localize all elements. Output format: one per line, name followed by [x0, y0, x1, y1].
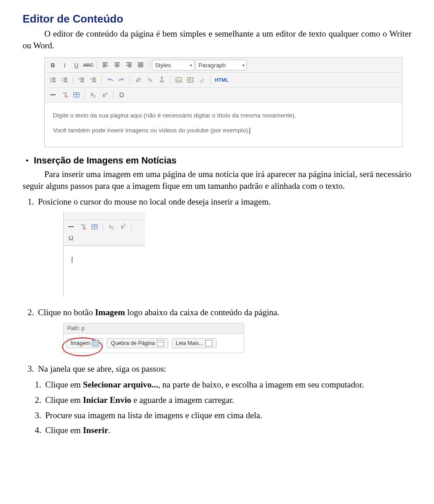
- redo-icon[interactable]: [116, 75, 127, 85]
- remove-format-icon[interactable]: [59, 89, 70, 100]
- media-icon[interactable]: [185, 75, 196, 85]
- page-title: Editor de Conteúdo: [23, 13, 411, 25]
- superscript-icon[interactable]: x2: [99, 89, 110, 100]
- svg-point-2: [50, 81, 51, 82]
- editor-screenshot-3: Path: p Imagem Quebra de Página Leia Mai…: [63, 323, 244, 353]
- toolbar-divider: [113, 90, 113, 99]
- image-icon: [92, 340, 99, 346]
- hr-icon[interactable]: [47, 89, 58, 100]
- section-title: Inserção de Imagens em Notícias: [34, 155, 177, 165]
- step-item: Clique no botão Imagem logo abaixo da ca…: [36, 307, 411, 318]
- step-item: Posicione o cursor do mouse no local ond…: [36, 196, 411, 208]
- subscript-icon[interactable]: x2: [88, 89, 99, 100]
- special-char-icon[interactable]: Ω: [116, 89, 127, 100]
- leia-mais-button[interactable]: Leia Mais...: [172, 338, 217, 348]
- editor-toolbar-row-2: 12: [45, 73, 402, 88]
- editor-path-bar: Path: p: [63, 323, 244, 334]
- quebra-pagina-button[interactable]: Quebra de Página: [107, 338, 168, 348]
- align-center-icon[interactable]: [112, 60, 123, 70]
- svg-rect-6: [176, 78, 181, 82]
- remove-format-icon[interactable]: [77, 221, 88, 232]
- indent-icon[interactable]: [88, 75, 99, 85]
- imagem-button[interactable]: Imagem: [66, 338, 103, 348]
- toolbar-divider: [210, 75, 211, 84]
- toolbar-divider: [103, 222, 103, 231]
- substep-item: Clique em Selecionar arquivo..., na part…: [43, 379, 411, 391]
- table-icon[interactable]: [71, 89, 82, 100]
- intro-paragraph: O editor de conteúdo da página é bem sim…: [23, 28, 411, 51]
- unordered-list-icon[interactable]: [47, 75, 58, 85]
- section-paragraph: Para inserir uma imagem em uma página de…: [23, 168, 411, 191]
- editor-body-line: Digite o texto da sua página aqui (não é…: [53, 111, 394, 121]
- anchor-icon[interactable]: [156, 75, 167, 85]
- underline-icon[interactable]: U: [71, 60, 82, 70]
- toolbar-divider: [170, 75, 170, 84]
- editor-toolbar-fragment: x2 x2 Ω: [64, 220, 145, 246]
- substep-item: Clique em Inserir.: [43, 425, 411, 436]
- ordered-list-icon[interactable]: 12: [59, 75, 70, 85]
- substep-item: Procure sua imagem na lista de imagens e…: [43, 410, 411, 421]
- step-item: Na janela que se abre, siga os passos:: [36, 363, 411, 375]
- styles-select[interactable]: Styles: [152, 60, 194, 70]
- substep-item: Clique em Iniciar Envio e aguarde a imag…: [43, 394, 411, 406]
- svg-point-1: [50, 79, 51, 80]
- html-button[interactable]: HTML: [213, 75, 230, 85]
- table-icon[interactable]: [89, 221, 100, 232]
- unlink-icon[interactable]: [145, 75, 156, 85]
- svg-text:2: 2: [61, 79, 63, 82]
- svg-point-9: [66, 96, 67, 98]
- strike-icon[interactable]: ABC: [83, 60, 94, 70]
- read-more-icon: [205, 340, 212, 346]
- brush-icon[interactable]: [197, 75, 208, 85]
- paragraph-select[interactable]: Paragraph: [195, 60, 247, 70]
- editor-body-line: Você também pode inserir imagens ou víde…: [53, 126, 394, 136]
- editor-screenshot-2: x2 x2 Ω: [63, 212, 145, 297]
- toolbar-divider: [149, 61, 149, 70]
- bold-icon[interactable]: B: [47, 60, 58, 70]
- editor-footer-buttons: Imagem Quebra de Página Leia Mais...: [63, 334, 244, 353]
- subscript-icon[interactable]: x2: [106, 221, 117, 232]
- hr-icon[interactable]: [66, 221, 76, 232]
- editor-toolbar-row-1: B I U ABC Styles Paragraph: [45, 58, 402, 73]
- toolbar-divider: [85, 90, 85, 99]
- toolbar-divider: [73, 75, 73, 84]
- editor-body[interactable]: Digite o texto da sua página aqui (não é…: [45, 102, 402, 147]
- editor-toolbar-row-3: x2 x2 Ω: [45, 88, 402, 102]
- toolbar-divider: [97, 61, 97, 70]
- link-icon[interactable]: [133, 75, 144, 85]
- superscript-icon[interactable]: x2: [118, 221, 128, 232]
- toolbar-divider: [130, 75, 130, 84]
- svg-point-0: [50, 78, 51, 79]
- italic-icon[interactable]: I: [59, 60, 70, 70]
- page-break-icon: [157, 340, 164, 346]
- align-left-icon[interactable]: [100, 60, 111, 70]
- align-right-icon[interactable]: [123, 60, 134, 70]
- special-char-icon[interactable]: Ω: [66, 233, 76, 244]
- outdent-icon[interactable]: [76, 75, 87, 85]
- image-icon[interactable]: [173, 75, 184, 85]
- svg-point-5: [161, 77, 163, 79]
- toolbar-divider: [131, 222, 132, 231]
- align-justify-icon[interactable]: [135, 60, 146, 70]
- toolbar-divider: [101, 75, 102, 84]
- svg-point-11: [84, 228, 85, 229]
- editor-body[interactable]: [64, 246, 145, 297]
- undo-icon[interactable]: [104, 75, 115, 85]
- bullet-heading: • Inserção de Imagens em Notícias: [23, 155, 411, 166]
- editor-screenshot-1: B I U ABC Styles Paragraph 12: [44, 57, 402, 147]
